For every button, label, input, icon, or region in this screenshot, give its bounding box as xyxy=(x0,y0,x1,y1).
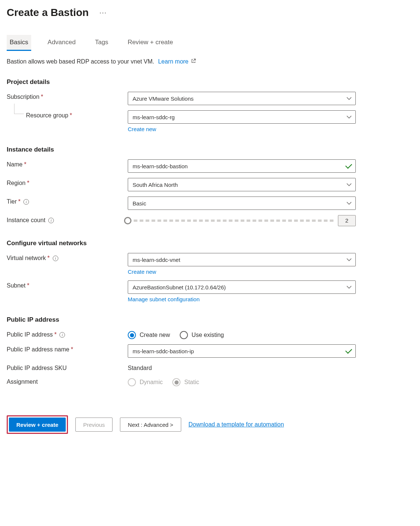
radio-static-label: Static xyxy=(184,379,199,386)
section-project-details: Project details xyxy=(7,78,413,86)
page-title: Create a Bastion xyxy=(7,7,89,19)
public-ip-name-value: ms-learn-sddc-bastion-ip xyxy=(133,348,194,354)
instance-count-value: 2 xyxy=(338,215,356,226)
tab-basics[interactable]: Basics xyxy=(7,35,31,51)
create-new-rg-link[interactable]: Create new xyxy=(128,126,156,132)
radio-circle-icon xyxy=(128,331,136,339)
vnet-select[interactable]: ms-learn-sddc-vnet xyxy=(128,253,356,266)
radio-create-new[interactable]: Create new xyxy=(128,331,170,339)
tier-value: Basic xyxy=(133,200,146,207)
description-text: Bastion allows web based RDP access to y… xyxy=(7,58,154,65)
more-icon[interactable]: ⋯ xyxy=(99,8,107,17)
required-indicator: * xyxy=(27,282,29,289)
required-indicator: * xyxy=(48,255,50,262)
chevron-down-icon xyxy=(346,285,352,289)
info-icon[interactable]: i xyxy=(23,199,29,205)
download-template-link[interactable]: Download a template for automation xyxy=(189,421,284,428)
review-create-button[interactable]: Review + create xyxy=(9,418,66,432)
info-icon[interactable]: i xyxy=(48,218,54,223)
section-instance-details: Instance details xyxy=(7,146,413,153)
resource-group-label: Resource group xyxy=(26,112,68,119)
manage-subnet-link[interactable]: Manage subnet configuration xyxy=(128,296,199,302)
chevron-down-icon xyxy=(346,97,352,100)
tier-select[interactable]: Basic xyxy=(128,197,356,210)
next-button[interactable]: Next : Advanced > xyxy=(120,418,181,432)
tab-tags[interactable]: Tags xyxy=(92,35,111,51)
radio-circle-icon xyxy=(128,378,136,386)
assignment-label: Assignment xyxy=(7,379,38,385)
radio-use-existing-label: Use existing xyxy=(192,332,224,338)
region-label: Region xyxy=(7,180,26,186)
required-indicator: * xyxy=(27,180,29,186)
tab-advanced[interactable]: Advanced xyxy=(45,35,79,51)
external-link-icon xyxy=(191,59,196,65)
radio-use-existing[interactable]: Use existing xyxy=(180,331,224,339)
subnet-label: Subnet xyxy=(7,282,26,289)
tier-label: Tier xyxy=(7,198,17,205)
description: Bastion allows web based RDP access to y… xyxy=(0,51,420,65)
radio-circle-icon xyxy=(180,331,188,339)
indent-line xyxy=(14,104,24,114)
subscription-select[interactable]: Azure VMware Solutions xyxy=(128,92,356,105)
chevron-down-icon xyxy=(346,115,352,119)
public-ip-sku-value: Standard xyxy=(128,363,356,371)
chevron-down-icon xyxy=(346,183,352,186)
chevron-down-icon xyxy=(346,258,352,262)
required-indicator: * xyxy=(54,331,56,338)
required-indicator: * xyxy=(18,198,20,205)
radio-dynamic: Dynamic xyxy=(128,378,163,386)
public-ip-sku-label: Public IP address SKU xyxy=(7,365,67,371)
info-icon[interactable]: i xyxy=(59,332,65,338)
section-public-ip: Public IP address xyxy=(7,316,413,324)
public-ip-name-label: Public IP address name xyxy=(7,346,69,353)
name-input[interactable]: ms-learn-sddc-bastion xyxy=(128,159,356,173)
required-indicator: * xyxy=(71,346,73,353)
info-icon[interactable]: i xyxy=(53,256,58,261)
subscription-value: Azure VMware Solutions xyxy=(133,95,193,102)
vnet-value: ms-learn-sddc-vnet xyxy=(133,257,180,263)
previous-button[interactable]: Previous xyxy=(75,418,113,432)
required-indicator: * xyxy=(70,112,72,119)
name-value: ms-learn-sddc-bastion xyxy=(133,163,188,169)
instance-count-slider[interactable] xyxy=(128,220,334,222)
tabs-bar: Basics Advanced Tags Review + create xyxy=(0,22,420,51)
chevron-down-icon xyxy=(346,201,352,205)
required-indicator: * xyxy=(41,94,43,100)
radio-static: Static xyxy=(172,378,199,386)
vnet-label: Virtual network xyxy=(7,255,46,262)
instance-count-label: Instance count xyxy=(7,217,45,224)
public-ip-address-label: Public IP address xyxy=(7,331,53,338)
highlight-box: Review + create xyxy=(7,415,68,434)
public-ip-name-input[interactable]: ms-learn-sddc-bastion-ip xyxy=(128,344,356,358)
learn-more-link[interactable]: Learn more xyxy=(158,58,189,65)
section-virtual-networks: Configure virtual networks xyxy=(7,240,413,247)
subscription-label: Subscription xyxy=(7,94,39,100)
subnet-value: AzureBastionSubnet (10.172.0.64/26) xyxy=(133,284,226,290)
tab-review-create[interactable]: Review + create xyxy=(125,35,176,51)
radio-dynamic-label: Dynamic xyxy=(140,379,163,386)
slider-thumb[interactable] xyxy=(124,217,131,224)
name-label: Name xyxy=(7,161,23,168)
resource-group-value: ms-learn-sddc-rg xyxy=(133,114,175,120)
region-select[interactable]: South Africa North xyxy=(128,178,356,191)
subnet-select[interactable]: AzureBastionSubnet (10.172.0.64/26) xyxy=(128,280,356,294)
create-new-vnet-link[interactable]: Create new xyxy=(128,269,156,275)
radio-create-new-label: Create new xyxy=(140,332,170,338)
radio-circle-icon xyxy=(172,378,180,386)
required-indicator: * xyxy=(24,161,26,168)
region-value: South Africa North xyxy=(133,182,178,188)
resource-group-select[interactable]: ms-learn-sddc-rg xyxy=(128,110,356,124)
